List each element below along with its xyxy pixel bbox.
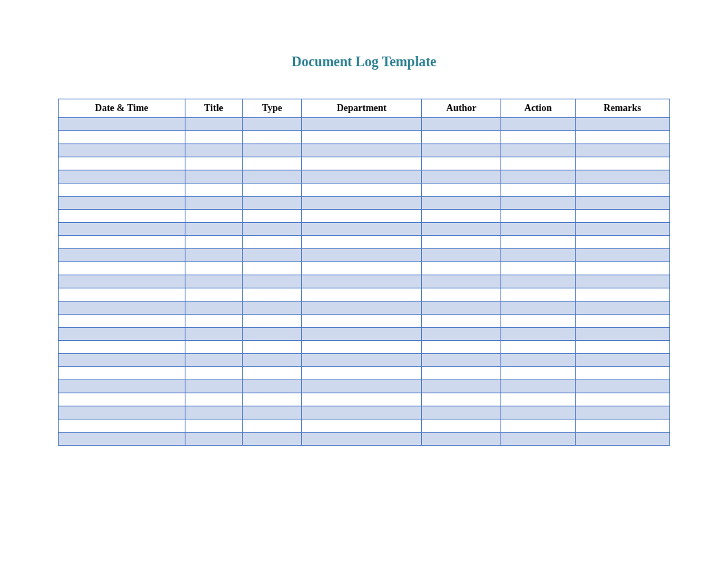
- table-cell[interactable]: [501, 275, 575, 288]
- table-cell[interactable]: [59, 328, 185, 341]
- table-cell[interactable]: [501, 157, 575, 170]
- table-cell[interactable]: [421, 144, 501, 157]
- table-cell[interactable]: [421, 223, 501, 236]
- table-cell[interactable]: [242, 393, 301, 406]
- table-cell[interactable]: [575, 302, 669, 315]
- table-cell[interactable]: [59, 223, 185, 236]
- table-cell[interactable]: [501, 328, 575, 341]
- table-cell[interactable]: [302, 393, 422, 406]
- table-cell[interactable]: [421, 197, 501, 210]
- table-cell[interactable]: [242, 302, 301, 315]
- table-cell[interactable]: [185, 419, 242, 433]
- table-cell[interactable]: [59, 236, 185, 249]
- table-cell[interactable]: [242, 341, 301, 354]
- table-cell[interactable]: [575, 249, 669, 262]
- table-cell[interactable]: [575, 275, 669, 288]
- table-cell[interactable]: [501, 393, 575, 406]
- table-cell[interactable]: [421, 131, 501, 144]
- table-cell[interactable]: [59, 197, 185, 210]
- table-cell[interactable]: [59, 341, 185, 354]
- table-cell[interactable]: [302, 144, 422, 157]
- table-cell[interactable]: [421, 210, 501, 223]
- table-cell[interactable]: [421, 380, 501, 393]
- table-cell[interactable]: [242, 262, 301, 275]
- table-cell[interactable]: [421, 118, 501, 131]
- table-cell[interactable]: [185, 184, 242, 197]
- table-cell[interactable]: [302, 249, 422, 262]
- table-cell[interactable]: [242, 288, 301, 302]
- table-cell[interactable]: [185, 131, 242, 144]
- table-cell[interactable]: [302, 328, 422, 341]
- table-cell[interactable]: [59, 144, 185, 157]
- table-cell[interactable]: [185, 380, 242, 393]
- table-cell[interactable]: [421, 236, 501, 249]
- table-cell[interactable]: [575, 170, 669, 184]
- table-cell[interactable]: [421, 406, 501, 419]
- table-cell[interactable]: [575, 118, 669, 131]
- table-cell[interactable]: [421, 433, 501, 446]
- table-cell[interactable]: [501, 302, 575, 315]
- table-cell[interactable]: [185, 170, 242, 184]
- table-cell[interactable]: [185, 118, 242, 131]
- table-cell[interactable]: [421, 393, 501, 406]
- table-cell[interactable]: [302, 210, 422, 223]
- table-cell[interactable]: [575, 419, 669, 433]
- table-cell[interactable]: [242, 157, 301, 170]
- table-cell[interactable]: [501, 406, 575, 419]
- table-cell[interactable]: [302, 367, 422, 380]
- table-cell[interactable]: [421, 275, 501, 288]
- table-cell[interactable]: [575, 367, 669, 380]
- table-cell[interactable]: [185, 433, 242, 446]
- table-cell[interactable]: [242, 380, 301, 393]
- table-cell[interactable]: [242, 131, 301, 144]
- table-cell[interactable]: [421, 249, 501, 262]
- table-cell[interactable]: [242, 367, 301, 380]
- table-cell[interactable]: [421, 302, 501, 315]
- table-cell[interactable]: [302, 315, 422, 328]
- table-cell[interactable]: [302, 406, 422, 419]
- table-cell[interactable]: [242, 354, 301, 367]
- table-cell[interactable]: [421, 367, 501, 380]
- table-cell[interactable]: [575, 341, 669, 354]
- table-cell[interactable]: [575, 315, 669, 328]
- table-cell[interactable]: [185, 328, 242, 341]
- table-cell[interactable]: [242, 315, 301, 328]
- table-cell[interactable]: [575, 157, 669, 170]
- table-cell[interactable]: [59, 315, 185, 328]
- table-cell[interactable]: [575, 406, 669, 419]
- table-cell[interactable]: [501, 197, 575, 210]
- table-cell[interactable]: [501, 433, 575, 446]
- table-cell[interactable]: [501, 236, 575, 249]
- table-cell[interactable]: [59, 406, 185, 419]
- table-cell[interactable]: [575, 380, 669, 393]
- table-cell[interactable]: [242, 275, 301, 288]
- table-cell[interactable]: [185, 249, 242, 262]
- table-cell[interactable]: [185, 236, 242, 249]
- table-cell[interactable]: [59, 275, 185, 288]
- table-cell[interactable]: [242, 223, 301, 236]
- table-cell[interactable]: [575, 131, 669, 144]
- table-cell[interactable]: [421, 170, 501, 184]
- table-cell[interactable]: [421, 262, 501, 275]
- table-cell[interactable]: [59, 354, 185, 367]
- table-cell[interactable]: [59, 288, 185, 302]
- table-cell[interactable]: [185, 144, 242, 157]
- table-cell[interactable]: [59, 367, 185, 380]
- table-cell[interactable]: [302, 433, 422, 446]
- table-cell[interactable]: [185, 367, 242, 380]
- table-cell[interactable]: [575, 210, 669, 223]
- table-cell[interactable]: [575, 262, 669, 275]
- table-cell[interactable]: [59, 131, 185, 144]
- table-cell[interactable]: [575, 236, 669, 249]
- table-cell[interactable]: [501, 341, 575, 354]
- table-cell[interactable]: [421, 354, 501, 367]
- table-cell[interactable]: [242, 328, 301, 341]
- table-cell[interactable]: [501, 131, 575, 144]
- table-cell[interactable]: [185, 157, 242, 170]
- table-cell[interactable]: [185, 288, 242, 302]
- table-cell[interactable]: [575, 354, 669, 367]
- table-cell[interactable]: [302, 184, 422, 197]
- table-cell[interactable]: [59, 210, 185, 223]
- table-cell[interactable]: [59, 393, 185, 406]
- table-cell[interactable]: [59, 380, 185, 393]
